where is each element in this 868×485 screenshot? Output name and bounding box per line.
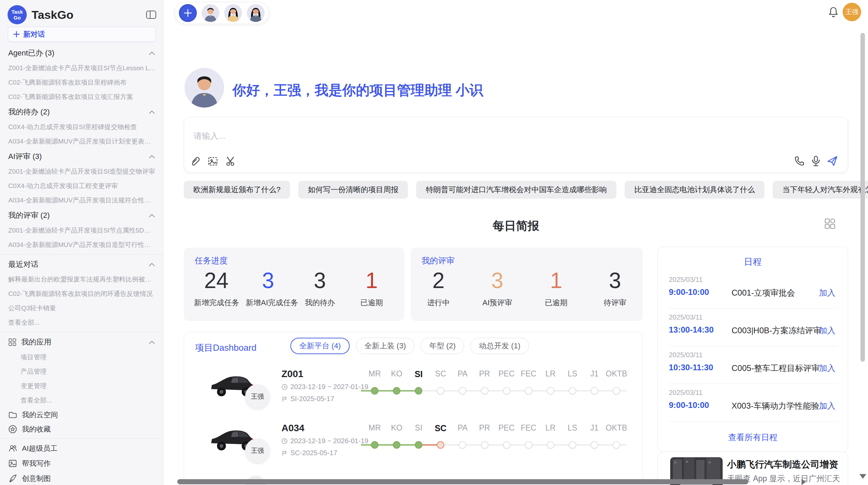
section-header[interactable]: Agent已办 (3) <box>0 45 163 61</box>
my-reviews-card: 我的评审 2进行中3AI预评审1已逾期3待评审 <box>411 248 643 321</box>
dashboard-tab[interactable]: 全新上装 (3) <box>356 338 414 354</box>
notification-bell-icon[interactable] <box>828 5 839 17</box>
conversation-item[interactable]: C0X4-动力总成开发项目SI里程碑提交物检查 <box>0 120 163 134</box>
image-icon[interactable] <box>207 156 218 167</box>
attachment-icon[interactable] <box>190 156 201 167</box>
section-header[interactable]: 我的评审 (2) <box>0 208 163 223</box>
suggestion-chip[interactable]: 当下年轻人对汽车外观有怎样的喜好趋势 <box>773 181 868 199</box>
sidebar-item-cloud-space[interactable]: 我的云空间 <box>0 408 163 422</box>
conversation-item[interactable]: Z001-全新燃油轻卡产品开发项目SI节点属性5D文件评审 <box>0 223 163 238</box>
suggestion-chip[interactable]: 如何写一份清晰的项目周报 <box>298 181 408 199</box>
milestone-label: MR <box>364 369 386 378</box>
view-all-apps-link[interactable]: 查看全部... <box>0 393 163 408</box>
app-item[interactable]: 变更管理 <box>0 379 163 393</box>
member-avatar[interactable] <box>202 4 219 22</box>
project-code: Z001 <box>281 369 303 380</box>
milestone-label: MR <box>364 423 386 433</box>
conversation-item[interactable]: C02-飞腾新能源轻客改款项目里程碑画布 <box>0 75 163 90</box>
join-meeting-link[interactable]: 加入 <box>819 400 835 411</box>
sidebar-item-ai-super-staff[interactable]: AI超级员工 <box>0 441 163 456</box>
dashboard-tab[interactable]: 全新平台 (4) <box>290 338 350 354</box>
my-apps-header[interactable]: 我的应用 <box>0 334 163 350</box>
recent-chats-section: 最近对话解释最新出台的欧盟报废车法规再生塑料比例被调至15%...C02-飞腾新… <box>0 257 163 330</box>
suggestion-chip[interactable]: 欧洲新规最近颁布了什么? <box>184 181 290 199</box>
conversation-item[interactable]: A034-全新新能源MUV产品开发项目计划变更表编写 <box>0 134 163 149</box>
member-avatar[interactable] <box>247 4 265 22</box>
app-item[interactable]: 产品管理 <box>0 364 163 379</box>
briefing-layout-icon[interactable] <box>824 218 836 229</box>
conversation-item[interactable]: C0X4-动力总成开发项目工程变更评审 <box>0 179 163 193</box>
stat-value: 3 <box>593 268 637 293</box>
favorites-label: 我的收藏 <box>22 424 51 434</box>
view-all-schedule-link[interactable]: 查看所有日程 <box>658 432 848 443</box>
folder-icon <box>8 410 17 419</box>
phone-icon[interactable] <box>794 155 805 167</box>
conversation-item[interactable]: A034-全新新能源MUV产品开发项目法规符合性评审 <box>0 193 163 208</box>
milestone-label: SI <box>408 369 430 379</box>
dashboard-tabs: 全新平台 (4)全新上装 (3)年型 (2)动总开发 (1) <box>290 338 529 354</box>
my-reviews-stats: 2进行中3AI预评审1已逾期3待评审 <box>411 268 643 308</box>
recent-chat-item[interactable]: C02-飞腾新能源轻客改款项目的闭环通告反馈情况 <box>0 287 163 301</box>
schedule-separator <box>668 421 837 422</box>
schedule-date: 2025/03/11 <box>669 276 703 284</box>
logo-line2: Go <box>14 15 21 21</box>
join-meeting-link[interactable]: 加入 <box>819 363 835 374</box>
stat: 3AI预评审 <box>475 268 520 308</box>
suggestion-chip[interactable]: 比亚迪全固态电池计划具体说了什么 <box>625 181 764 199</box>
conversation-item[interactable]: Z001-全新燃油轻卡产品开发项目SI造型提交物评审 <box>0 164 163 179</box>
send-icon[interactable] <box>827 155 838 167</box>
milestone-label: SI <box>408 423 430 433</box>
app-logo: Task Go <box>8 5 27 24</box>
view-all-chats-link[interactable]: 查看全部... <box>0 315 163 330</box>
milestone-dot <box>371 441 378 449</box>
scroll-down-arrow[interactable] <box>859 474 866 479</box>
schedule-time: 9:00-10:00 <box>669 400 709 410</box>
sidebar-divider <box>0 254 163 254</box>
join-meeting-link[interactable]: 加入 <box>819 325 835 336</box>
stat-label: 新增完成任务 <box>194 298 239 308</box>
dashboard-tab[interactable]: 动总开发 (1) <box>470 338 529 354</box>
schedule-time: 9:00-10:00 <box>669 287 709 297</box>
recent-chat-item[interactable]: 解释最新出台的欧盟报废车法规再生塑料比例被调至15%... <box>0 272 163 287</box>
user-avatar[interactable]: 王强 <box>843 3 861 21</box>
microphone-icon[interactable] <box>810 155 822 167</box>
conversation-item[interactable]: C02-飞腾新能源轻客改款项目立项汇报方案 <box>0 90 163 104</box>
section-header[interactable]: AI评审 (3) <box>0 149 163 164</box>
join-meeting-link[interactable]: 加入 <box>819 287 835 298</box>
conversation-item[interactable]: Z001-全新燃油皮卡产品开发项目SI节点Lesson Learn报告 <box>0 61 163 75</box>
conversation-item[interactable]: A034-全新新能源MUV产品开发项目造型可行性评审 <box>0 238 163 252</box>
suggestion-chip[interactable]: 特朗普可能对进口汽车增税会对中国车企造成哪些影响 <box>416 181 616 199</box>
creative-drawing-label: 创意制图 <box>22 474 51 483</box>
apps-grid-icon <box>8 338 16 346</box>
chevron-up-icon <box>149 340 155 344</box>
collapse-sidebar-icon[interactable] <box>146 10 156 19</box>
sidebar-item-creative-drawing[interactable]: 创意制图 <box>0 471 163 485</box>
composer-actions <box>794 155 838 167</box>
dashboard-tab[interactable]: 年型 (2) <box>421 338 464 354</box>
write-icon <box>8 459 17 468</box>
composer <box>184 117 848 173</box>
project-code: A034 <box>281 423 304 434</box>
app-item[interactable]: 项目管理 <box>0 350 163 364</box>
milestone-dot <box>525 441 532 449</box>
ai-super-staff-label: AI超级员工 <box>22 444 58 453</box>
scroll-right-arrow[interactable] <box>801 479 806 485</box>
section-header[interactable]: 我的待办 (2) <box>0 104 163 120</box>
chevron-up-icon <box>149 51 155 55</box>
composer-input[interactable] <box>194 127 674 145</box>
new-chat-button[interactable]: 新对话 <box>8 27 156 42</box>
horizontal-scrollbar[interactable] <box>177 479 748 484</box>
stat-value: 24 <box>194 268 239 293</box>
project-flag-milestone: SC-2025-05-17 <box>281 449 337 457</box>
sidebar-item-help-me-write[interactable]: 帮我写作 <box>0 456 163 471</box>
scissors-icon[interactable] <box>225 156 236 167</box>
flag-icon <box>281 450 288 456</box>
assistant-avatar <box>184 68 224 108</box>
recent-section-header[interactable]: 最近对话 <box>0 257 163 272</box>
sidebar-item-favorites[interactable]: 我的收藏 <box>0 422 163 436</box>
member-avatar[interactable] <box>224 4 242 22</box>
flag-icon <box>281 396 288 402</box>
add-member-button[interactable] <box>179 4 197 22</box>
vertical-scrollbar[interactable] <box>860 33 865 362</box>
recent-chat-item[interactable]: 公司Q3轻卡销量 <box>0 301 163 315</box>
